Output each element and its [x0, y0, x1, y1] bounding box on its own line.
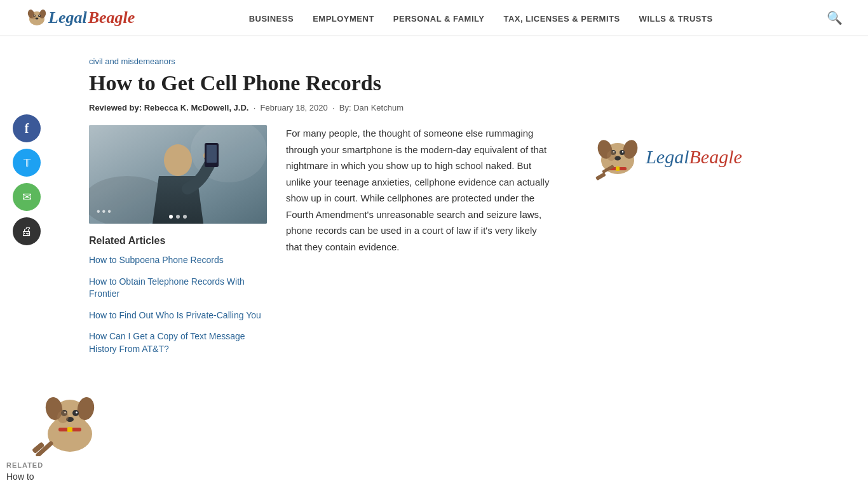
nav-link-business[interactable]: BUSINESS: [249, 14, 294, 24]
lb-logo-large: Legal Beagle: [592, 132, 742, 182]
related-articles-heading: Related Articles: [89, 235, 267, 247]
svg-rect-29: [616, 166, 620, 171]
nav-link-personal---family[interactable]: PERSONAL & FAMILY: [393, 14, 485, 24]
article-left-column: ••• Related Articles How to Subpoena Pho…: [89, 125, 267, 365]
email-icon: ✉: [22, 190, 32, 204]
hero-image-svg: [89, 125, 267, 224]
svg-rect-31: [595, 172, 606, 180]
article-title: How to Get Cell Phone Records: [89, 71, 801, 95]
email-share-button[interactable]: ✉: [13, 183, 41, 211]
svg-point-5: [38, 15, 41, 17]
dot-1[interactable]: [169, 215, 173, 219]
logo-dog-icon: [25, 6, 48, 29]
nav-link-tax--licenses---permits[interactable]: TAX, LICENSES & PERMITS: [503, 14, 620, 24]
related-article-link[interactable]: How Can I Get a Copy of Text Message His…: [89, 330, 267, 355]
article-body-text: For many people, the thought of someone …: [286, 125, 553, 255]
search-icon: 🔍: [827, 11, 843, 25]
nav-link-wills---trusts[interactable]: WILLS & TRUSTS: [639, 14, 713, 24]
reviewed-by-label: Reviewed by:: [89, 103, 142, 112]
by-label: By:: [339, 103, 351, 112]
svg-point-13: [164, 144, 192, 176]
lb-logo-beagle: Beagle: [689, 146, 742, 168]
site-header: Legal Beagle BUSINESSEMPLOYMENTPERSONAL …: [0, 0, 868, 36]
facebook-share-button[interactable]: f: [13, 114, 41, 142]
related-articles-section: Related Articles How to Subpoena Phone R…: [89, 235, 267, 356]
lb-logo-dog-icon: [592, 132, 643, 182]
facebook-icon: f: [25, 121, 29, 136]
bottom-dog-illustration: [32, 386, 108, 390]
print-button[interactable]: 🖨: [13, 217, 41, 245]
svg-point-9: [32, 15, 36, 20]
dot-3[interactable]: [183, 215, 187, 219]
main-nav: BUSINESSEMPLOYMENTPERSONAL & FAMILYTAX, …: [249, 13, 713, 24]
related-article-link[interactable]: How to Find Out Who Is Private-Calling Y…: [89, 309, 267, 322]
author-name: Dan Ketchum: [353, 103, 403, 112]
article-meta: Reviewed by: Rebecca K. McDowell, J.D. ·…: [89, 103, 801, 112]
bottom-related-panel: RELATED How to: [0, 380, 140, 390]
article-hero-image: •••: [89, 125, 267, 224]
print-icon: 🖨: [21, 225, 32, 238]
svg-point-23: [620, 150, 625, 155]
svg-point-8: [36, 18, 39, 20]
reviewer-name: Rebecca K. McDowell, J.D.: [144, 103, 249, 112]
nav-link-employment[interactable]: EMPLOYMENT: [313, 14, 374, 24]
twitter-icon: 𝕋: [24, 157, 31, 169]
right-sidebar: Legal Beagle: [572, 125, 763, 182]
twitter-share-button[interactable]: 𝕋: [13, 149, 41, 177]
logo[interactable]: Legal Beagle: [25, 6, 135, 29]
content-area: civil and misdemeanors How to Get Cell P…: [64, 36, 826, 390]
related-links: How to Subpoena Phone RecordsHow to Obta…: [89, 254, 267, 356]
svg-rect-17: [207, 145, 217, 163]
svg-point-25: [622, 151, 623, 152]
related-article-link[interactable]: How to Subpoena Phone Records: [89, 254, 267, 267]
more-options-icon[interactable]: •••: [97, 206, 113, 217]
svg-point-7: [39, 15, 40, 16]
category-link[interactable]: civil and misdemeanors: [89, 57, 175, 66]
social-sidebar: f 𝕋 ✉ 🖨: [13, 114, 41, 245]
dot-2[interactable]: [176, 215, 180, 219]
search-button[interactable]: 🔍: [827, 10, 843, 25]
logo-text: Legal Beagle: [48, 8, 135, 27]
image-carousel-dots: [169, 215, 187, 219]
article-date: February 18, 2020: [261, 103, 328, 112]
lb-logo-legal: Legal: [646, 146, 689, 168]
related-article-link[interactable]: How to Obtain Telephone Records With Fro…: [89, 276, 267, 301]
svg-point-27: [607, 151, 616, 161]
